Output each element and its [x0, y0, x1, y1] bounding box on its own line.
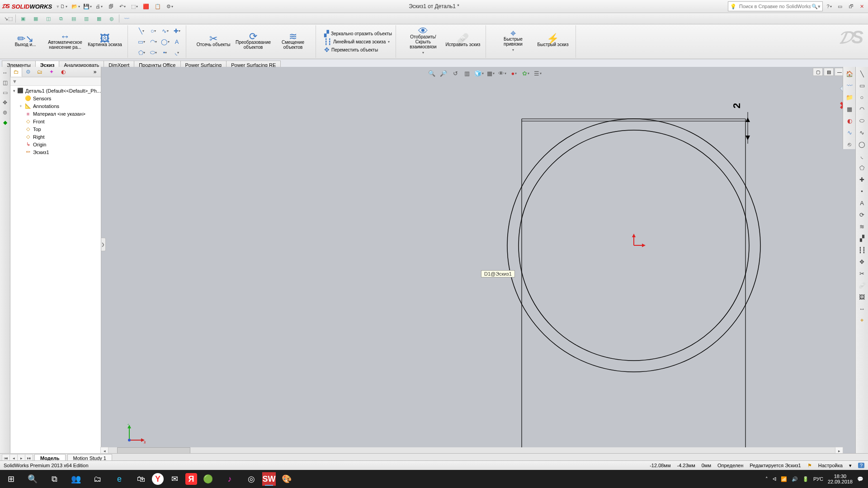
tp-icon-8[interactable]: ◟ — [857, 151, 867, 161]
strip-icon-6[interactable]: ◆ — [1, 118, 9, 127]
spline-icon[interactable]: ∿ — [160, 26, 170, 36]
tree-item[interactable]: ✏Эскиз1 — [12, 148, 101, 156]
fm-filter[interactable]: ▼ — [10, 77, 101, 86]
tp-icon-17[interactable]: ✥ — [857, 257, 867, 267]
mirror-button[interactable]: ▞Зеркально отразить объекты — [324, 30, 392, 37]
tp-icon-20[interactable]: 🖼 — [857, 292, 867, 302]
orientation-triad[interactable]: y x — [124, 424, 146, 446]
tp-icon-21[interactable]: ↔ — [857, 304, 867, 314]
smart-dimension-button[interactable]: ↔Автоматическое нанесение ра... — [46, 34, 84, 50]
slot-icon[interactable]: ⬭ — [148, 47, 159, 57]
tree-item[interactable]: ◇Front — [12, 117, 101, 125]
fm-tab-prop[interactable]: ⚙ — [22, 67, 34, 77]
open-icon[interactable]: 📂 — [71, 2, 80, 11]
tp2-icon-4[interactable]: ▦ — [844, 104, 854, 114]
settings-icon[interactable]: ⚙ — [165, 2, 174, 11]
tp-icon-6[interactable]: ∿ — [857, 127, 867, 137]
sketch-exit-icon[interactable]: ↘⬚ — [3, 14, 14, 23]
tp-icon-14[interactable]: ≋ — [857, 221, 867, 231]
tp2-icon-3[interactable]: 📁 — [844, 92, 854, 102]
tree-item[interactable]: +📐Annotations — [12, 102, 101, 110]
new-icon[interactable]: 🗋 — [59, 2, 68, 11]
repair-sketch-button[interactable]: 🩹Исправить эскиз — [444, 36, 482, 47]
search-go-icon[interactable]: 🔍▾ — [811, 4, 821, 9]
cube7-icon[interactable]: ▩ — [94, 14, 104, 23]
strip-icon-4[interactable]: ✥ — [1, 99, 9, 107]
ellipse-icon[interactable]: ◯ — [160, 37, 170, 47]
solidworks-task-icon[interactable]: SW — [262, 472, 276, 486]
chrome-icon[interactable]: 🟢 — [197, 470, 219, 488]
tp-icon-15[interactable]: ▞ — [857, 233, 867, 243]
dimension-value[interactable]: 2 — [731, 103, 742, 108]
point-icon[interactable]: • — [160, 47, 170, 57]
tray-notifications-icon[interactable]: 💬 — [857, 476, 863, 482]
tp-icon-5[interactable]: ⬭ — [857, 116, 867, 126]
fillet-icon[interactable]: ◟ — [171, 47, 182, 57]
paint-icon[interactable]: 🎨 — [276, 470, 297, 488]
tree-item[interactable]: 🟡Sensors — [12, 94, 101, 102]
strip-icon-5[interactable]: ⊚ — [1, 108, 9, 117]
tree-item[interactable]: ↳Origin — [12, 141, 101, 148]
rect-icon[interactable]: ▭ — [136, 37, 147, 47]
tray-up-icon[interactable]: ˄ — [765, 476, 768, 482]
tp-icon-4[interactable]: ◠ — [857, 104, 867, 114]
taskview-icon[interactable]: ⧉ — [43, 470, 65, 488]
tp2-icon-7[interactable]: ⎋ — [844, 139, 854, 149]
tray-wifi-icon[interactable]: 📶 — [781, 476, 787, 482]
curve-tool-icon[interactable]: 〰 — [121, 14, 132, 23]
display-relations-button[interactable]: 👁Отобразить/Скрыть взаимосвязи — [404, 28, 442, 55]
start-button[interactable]: ⊞ — [0, 470, 22, 488]
tp-icon-19[interactable]: 🩹 — [857, 280, 867, 290]
strip-icon-1[interactable]: ↔ — [1, 69, 9, 77]
people-icon[interactable]: 👥 — [65, 470, 87, 488]
tree-item[interactable]: ≡Материал <не указан> — [12, 110, 101, 117]
tp-icon-9[interactable]: ⬠ — [857, 163, 867, 173]
graphics-viewport[interactable]: ❯ 🔍 🔎 ↺ ▥ 🧊 ▦ 👁 ● ✿ ☰ ▢ ▤ — 🗖 ✕ ✖ — [101, 67, 868, 464]
tree-item[interactable]: ◇Right — [12, 133, 101, 141]
tp-icon-12[interactable]: A — [857, 198, 867, 208]
plus-icon[interactable]: ✚ — [171, 26, 182, 36]
minimize-icon[interactable]: ▭ — [835, 3, 844, 10]
print-icon[interactable]: 🖨 — [94, 2, 104, 11]
arc-icon[interactable]: ◠ — [148, 37, 159, 47]
exit-sketch-button[interactable]: ✏↘Выход и... — [6, 36, 44, 47]
tp2-icon-2[interactable]: 〰 — [844, 80, 854, 90]
status-flag-icon[interactable]: ⚑ — [807, 463, 812, 469]
cube2-icon[interactable]: ▦ — [30, 14, 41, 23]
sketch-picture-button[interactable]: 🖼Картинка эскиза — [86, 36, 124, 47]
tray-keyboard-lang[interactable]: РУС — [813, 476, 823, 482]
status-custom[interactable]: Настройка — [818, 463, 843, 468]
tp-icon-2[interactable]: ▭ — [857, 80, 867, 90]
help-icon[interactable]: ? — [825, 3, 834, 10]
convert-button[interactable]: ⟳Преобразование объектов — [234, 34, 272, 50]
move-entities-button[interactable]: ✥Переместить объекты — [324, 46, 392, 53]
tp-icon-10[interactable]: ✚ — [857, 174, 867, 184]
mail-icon[interactable]: ✉ — [164, 470, 185, 488]
tp-icon-1[interactable]: ╲ — [857, 69, 867, 79]
save-icon[interactable]: 💾 — [83, 2, 92, 11]
fm-tab-dim[interactable]: ✦ — [46, 67, 57, 77]
edge-icon[interactable]: e — [108, 470, 130, 488]
cube-icon[interactable]: ▣ — [18, 14, 28, 23]
search-taskbar-icon[interactable]: 🔍 — [22, 470, 43, 488]
tp-icon-16[interactable]: ┇┇ — [857, 245, 867, 255]
quick-snaps-button[interactable]: ⌖Быстрые привязки — [494, 31, 532, 52]
rapid-sketch-button[interactable]: ⚡Быстрый эскиз — [534, 36, 572, 47]
tp-icon-18[interactable]: ✂ — [857, 268, 867, 278]
trim-button[interactable]: ✂Отсечь объекты — [194, 36, 232, 47]
strip-icon-3[interactable]: ▭ — [1, 89, 9, 97]
tree-root[interactable]: ▾⬛ Деталь1 (Default<<Default>_Ph... — [12, 87, 101, 94]
text-icon[interactable]: A — [171, 37, 182, 47]
print-preview-icon[interactable]: 🗐 — [106, 2, 115, 11]
poly-icon[interactable]: ⬠ — [136, 47, 147, 57]
fm-tab-render[interactable]: ◐ — [57, 67, 69, 77]
help-search[interactable]: 💡 🔍▾ — [728, 1, 823, 11]
rebuild-icon[interactable]: 🟥 — [142, 2, 151, 11]
undo-icon[interactable]: ↶ — [118, 2, 127, 11]
fm-tab-more[interactable]: » — [89, 67, 101, 77]
target-icon[interactable]: ◎ — [241, 470, 262, 488]
fm-tab-tree[interactable]: 🗀 — [10, 67, 22, 77]
circle-icon[interactable]: ○ — [148, 26, 159, 36]
cube4-icon[interactable]: ⧉ — [56, 14, 66, 23]
yandex-icon[interactable]: Y — [152, 473, 164, 485]
